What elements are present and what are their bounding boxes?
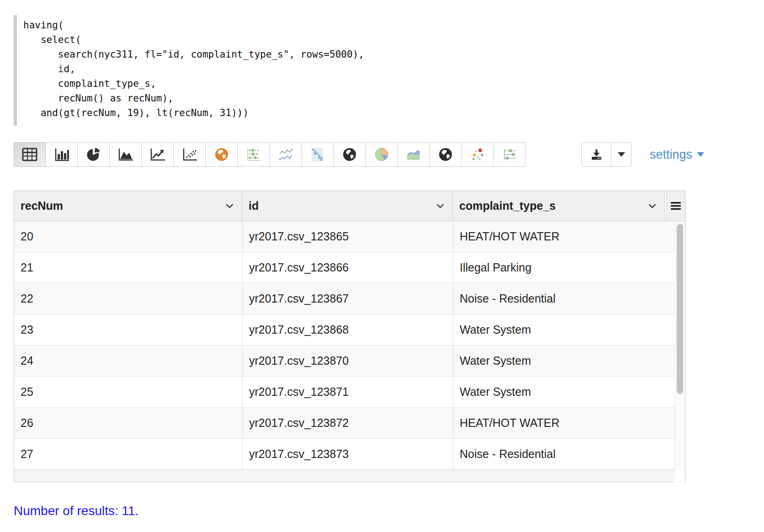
cell-id: yr2017.csv_123871 <box>242 377 453 407</box>
visualization-toolbar: settings <box>14 142 749 167</box>
scatter-color-icon <box>470 147 485 162</box>
viz-globe-2-button[interactable] <box>430 142 462 167</box>
viz-map-button[interactable] <box>206 142 238 167</box>
scrollbar-corner <box>675 470 685 482</box>
viz-area-chart-button[interactable] <box>110 142 142 167</box>
pie-chart-color-icon <box>374 147 389 162</box>
viz-pie-chart-button[interactable] <box>78 142 110 167</box>
table-row: 22 yr2017.csv_123867 Noise - Residential <box>14 283 675 314</box>
sparkline-icon <box>278 148 293 161</box>
column-header-recnum[interactable]: recNum <box>14 191 242 221</box>
viz-scatter-plot-button[interactable] <box>174 142 206 167</box>
cell-recnum: 27 <box>14 439 242 469</box>
globe-dark-2-icon <box>438 147 453 162</box>
cell-complaint-type: Illegal Parking <box>453 252 675 283</box>
bubble-matrix-icon <box>246 147 261 162</box>
column-header-id[interactable]: id <box>242 191 453 221</box>
table-menu-button[interactable] <box>666 191 685 221</box>
table-rows: 20 yr2017.csv_123865 HEAT/HOT WATER 21 y… <box>14 221 675 470</box>
cell-complaint-type: HEAT/HOT WATER <box>453 221 675 252</box>
cell-complaint-type: Noise - Residential <box>453 439 675 469</box>
heatmap-icon <box>310 147 325 162</box>
viz-line-chart-button[interactable] <box>142 142 174 167</box>
parallel-coordinates-icon <box>502 147 517 162</box>
column-label: id <box>249 199 259 213</box>
table-icon <box>22 148 37 161</box>
table-row: 20 yr2017.csv_123865 HEAT/HOT WATER <box>14 221 675 252</box>
table-row: 26 yr2017.csv_123872 HEAT/HOT WATER <box>14 408 675 439</box>
download-icon <box>590 149 603 161</box>
line-chart-icon <box>150 148 165 161</box>
table-footer-strip <box>14 470 685 482</box>
viz-globe-button[interactable] <box>334 142 366 167</box>
vertical-scrollbar-thumb[interactable] <box>677 224 683 394</box>
download-options-button[interactable] <box>611 142 631 167</box>
cell-id: yr2017.csv_123873 <box>242 439 453 469</box>
results-table: recNum id complaint_type_s 20 yr2017 <box>14 191 685 482</box>
area-chart-color-icon <box>406 147 421 162</box>
viz-area-chart-color-button[interactable] <box>398 142 430 167</box>
table-row: 25 yr2017.csv_123871 Water System <box>14 377 675 408</box>
viz-table-button[interactable] <box>14 142 46 167</box>
viz-button-group <box>14 142 525 167</box>
table-row: 27 yr2017.csv_123873 Noise - Residential <box>14 439 675 470</box>
viz-parallel-coordinates-button[interactable] <box>493 142 525 167</box>
cell-recnum: 23 <box>14 314 242 345</box>
vertical-scrollbar-track[interactable] <box>675 221 685 470</box>
cell-id: yr2017.csv_123867 <box>242 283 453 314</box>
cell-complaint-type: Noise - Residential <box>453 283 675 314</box>
column-header-complaint-type[interactable]: complaint_type_s <box>453 191 665 221</box>
hamburger-menu-icon <box>670 202 681 210</box>
pie-chart-icon <box>86 147 101 162</box>
cell-recnum: 25 <box>14 377 242 407</box>
viz-sparkline-button[interactable] <box>270 142 302 167</box>
code-block: having( select( search(nyc311, fl="id, c… <box>14 15 516 126</box>
viz-bubble-matrix-button[interactable] <box>238 142 270 167</box>
table-row: 23 yr2017.csv_123868 Water System <box>14 314 675 346</box>
cell-complaint-type: HEAT/HOT WATER <box>453 408 675 438</box>
viz-scatter-color-button[interactable] <box>462 142 493 167</box>
scatter-plot-icon <box>182 148 197 161</box>
cell-id: yr2017.csv_123866 <box>242 252 453 283</box>
download-button[interactable] <box>581 142 611 167</box>
table-header-row: recNum id complaint_type_s <box>14 191 685 221</box>
chevron-down-icon[interactable] <box>226 204 233 208</box>
cell-id: yr2017.csv_123870 <box>242 346 453 376</box>
area-chart-icon <box>118 148 133 161</box>
settings-label: settings <box>650 148 692 162</box>
cell-id: yr2017.csv_123868 <box>242 314 453 345</box>
bar-chart-icon <box>54 147 69 162</box>
cell-recnum: 21 <box>14 252 242 283</box>
table-row: 21 yr2017.csv_123866 Illegal Parking <box>14 252 675 283</box>
cell-recnum: 20 <box>14 221 242 252</box>
column-label: complaint_type_s <box>459 199 556 213</box>
map-globe-orange-icon <box>214 147 229 162</box>
viz-bar-chart-button[interactable] <box>46 142 78 167</box>
indent-guide <box>61 48 61 105</box>
table-row: 24 yr2017.csv_123870 Water System <box>14 346 675 377</box>
cell-complaint-type: Water System <box>453 314 675 345</box>
cell-recnum: 26 <box>14 408 242 438</box>
chevron-down-icon <box>618 152 625 157</box>
settings-caret-icon <box>697 152 704 157</box>
cell-recnum: 22 <box>14 283 242 314</box>
chevron-down-icon[interactable] <box>436 204 444 208</box>
globe-dark-icon <box>342 147 357 162</box>
results-count-text: Number of results: 11. <box>14 504 138 518</box>
chevron-down-icon[interactable] <box>648 204 656 208</box>
table-body: 20 yr2017.csv_123865 HEAT/HOT WATER 21 y… <box>14 221 685 470</box>
cell-complaint-type: Water System <box>453 346 675 376</box>
viz-pie-chart-color-button[interactable] <box>366 142 398 167</box>
cell-id: yr2017.csv_123872 <box>242 408 453 438</box>
cell-recnum: 24 <box>14 346 242 376</box>
settings-link[interactable]: settings <box>650 148 704 162</box>
streaming-expression-code: having( select( search(nyc311, fl="id, c… <box>23 18 516 120</box>
cell-id: yr2017.csv_123865 <box>242 221 453 252</box>
download-button-group <box>581 142 631 167</box>
viz-heatmap-button[interactable] <box>302 142 334 167</box>
cell-complaint-type: Water System <box>453 377 675 407</box>
column-label: recNum <box>21 199 63 213</box>
